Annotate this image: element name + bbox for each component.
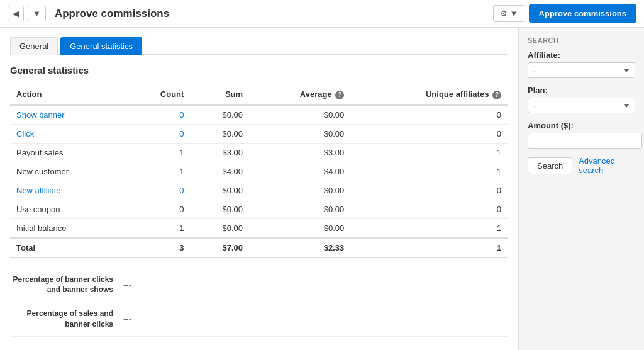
top-bar-left: ◀ ▼ Approve commissions bbox=[8, 6, 169, 21]
cell-action: Payout sales bbox=[10, 143, 126, 162]
table-row: Initial balance1$0.00$0.001 bbox=[10, 218, 508, 238]
col-unique: Unique affiliates ? bbox=[350, 84, 508, 105]
tab-general[interactable]: General bbox=[10, 37, 58, 55]
cell-action: New affiliate bbox=[10, 181, 126, 200]
total-row: Total 3 $7.00 $2.33 1 bbox=[10, 238, 508, 257]
cell-unique: 1 bbox=[350, 162, 508, 181]
sidebar: SEARCH Affiliate: -- Plan: -- Amount ($)… bbox=[518, 28, 644, 350]
cell-count: 0 bbox=[126, 105, 191, 125]
top-bar-right: ⚙ ▼ Approve commissions bbox=[493, 4, 636, 23]
total-unique: 1 bbox=[350, 238, 508, 257]
nav-dropdown-button[interactable]: ▼ bbox=[28, 6, 46, 21]
table-row: Payout sales1$3.00$3.001 bbox=[10, 143, 508, 162]
table-row: Show banner0$0.00$0.000 bbox=[10, 105, 508, 125]
cell-average: $0.00 bbox=[249, 124, 350, 143]
content-area: General General statistics General stati… bbox=[0, 28, 518, 350]
unique-help-icon[interactable]: ? bbox=[492, 91, 501, 99]
pct-value-1: --- bbox=[123, 280, 131, 290]
table-row: New affiliate0$0.00$0.000 bbox=[10, 181, 508, 200]
cell-unique: 0 bbox=[350, 124, 508, 143]
cell-unique: 1 bbox=[350, 143, 508, 162]
cell-count: 1 bbox=[126, 162, 191, 181]
col-average: Average ? bbox=[249, 84, 350, 105]
cell-action: Initial balance bbox=[10, 218, 126, 238]
main-layout: General General statistics General stati… bbox=[0, 28, 644, 350]
table-row: Use coupon0$0.00$0.000 bbox=[10, 200, 508, 218]
total-count: 3 bbox=[126, 238, 191, 257]
table-row: Click0$0.00$0.000 bbox=[10, 124, 508, 143]
cell-sum: $0.00 bbox=[190, 105, 249, 125]
sidebar-actions: Search Advanced search bbox=[528, 156, 635, 175]
tab-general-statistics[interactable]: General statistics bbox=[60, 37, 142, 55]
advanced-search-link[interactable]: Advanced search bbox=[579, 156, 635, 175]
sidebar-section-title: SEARCH bbox=[528, 37, 635, 44]
cell-count: 0 bbox=[126, 124, 191, 143]
action-link[interactable]: Show banner bbox=[16, 110, 65, 120]
back-button[interactable]: ◀ bbox=[8, 6, 24, 21]
gear-button[interactable]: ⚙ ▼ bbox=[493, 5, 525, 22]
cell-unique: 0 bbox=[350, 181, 508, 200]
average-help-icon[interactable]: ? bbox=[335, 91, 344, 99]
plan-select[interactable]: -- bbox=[528, 98, 635, 113]
cell-unique: 1 bbox=[350, 218, 508, 238]
amount-from-input[interactable] bbox=[528, 133, 642, 149]
pct-section: Percentage of banner clicks and banner s… bbox=[10, 268, 508, 337]
cell-average: $4.00 bbox=[249, 162, 350, 181]
search-button[interactable]: Search bbox=[528, 157, 572, 174]
col-sum: Sum bbox=[190, 84, 249, 105]
gear-icon: ⚙ bbox=[500, 9, 508, 18]
cell-sum: $4.00 bbox=[190, 162, 249, 181]
approve-commissions-button[interactable]: Approve commissions bbox=[529, 4, 636, 23]
cell-average: $0.00 bbox=[249, 105, 350, 125]
cell-action: Use coupon bbox=[10, 200, 126, 218]
cell-average: $3.00 bbox=[249, 143, 350, 162]
total-average: $2.33 bbox=[249, 238, 350, 257]
cell-count: 1 bbox=[126, 143, 191, 162]
cell-sum: $0.00 bbox=[190, 218, 249, 238]
gear-dropdown-icon: ▼ bbox=[510, 9, 518, 18]
page-title: Approve commissions bbox=[55, 8, 169, 20]
plan-label: Plan: bbox=[528, 86, 635, 95]
affiliate-select[interactable]: -- bbox=[528, 62, 635, 78]
cell-count: 0 bbox=[126, 200, 191, 218]
cell-unique: 0 bbox=[350, 105, 508, 125]
cell-sum: $0.00 bbox=[190, 124, 249, 143]
tabs: General General statistics bbox=[10, 37, 508, 55]
total-sum: $7.00 bbox=[190, 238, 249, 257]
cell-average: $0.00 bbox=[249, 200, 350, 218]
action-link[interactable]: Click bbox=[16, 129, 34, 138]
pct-row-1: Percentage of banner clicks and banner s… bbox=[10, 268, 508, 303]
col-count: Count bbox=[126, 84, 191, 105]
cell-action: Show banner bbox=[10, 105, 126, 125]
pct-row-2: Percentage of sales and banner clicks --… bbox=[10, 302, 508, 337]
amount-label: Amount ($): bbox=[528, 121, 635, 130]
cell-sum: $3.00 bbox=[190, 143, 249, 162]
col-action: Action bbox=[10, 84, 126, 105]
pct-label-2: Percentage of sales and banner clicks bbox=[10, 308, 123, 330]
cell-action: New customer bbox=[10, 162, 126, 181]
section-title: General statistics bbox=[10, 65, 508, 76]
cell-unique: 0 bbox=[350, 200, 508, 218]
table-row: New customer1$4.00$4.001 bbox=[10, 162, 508, 181]
action-link[interactable]: New affiliate bbox=[16, 186, 61, 195]
cell-count: 0 bbox=[126, 181, 191, 200]
cell-sum: $0.00 bbox=[190, 200, 249, 218]
cell-count: 1 bbox=[126, 218, 191, 238]
cell-average: $0.00 bbox=[249, 218, 350, 238]
pct-value-2: --- bbox=[123, 314, 131, 324]
top-bar: ◀ ▼ Approve commissions ⚙ ▼ Approve comm… bbox=[0, 0, 644, 28]
affiliate-label: Affiliate: bbox=[528, 50, 635, 60]
cell-action: Click bbox=[10, 124, 126, 143]
total-label: Total bbox=[10, 238, 126, 257]
amount-row: - bbox=[528, 133, 635, 149]
cell-average: $0.00 bbox=[249, 181, 350, 200]
stats-table: Action Count Sum Average ? Unique affili… bbox=[10, 84, 508, 258]
cell-sum: $0.00 bbox=[190, 181, 249, 200]
pct-label-1: Percentage of banner clicks and banner s… bbox=[10, 274, 123, 296]
